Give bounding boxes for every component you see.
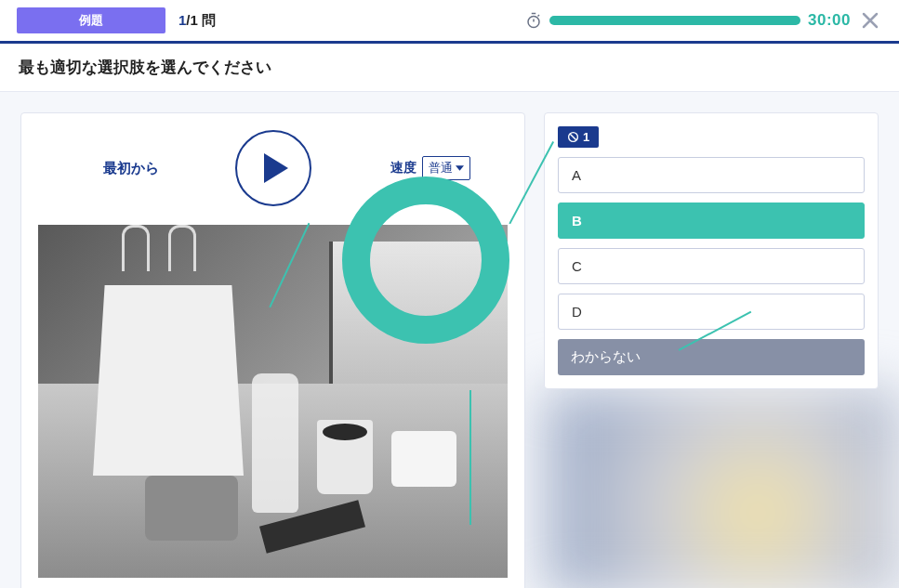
- answer-card: 1 A B C D わからない: [544, 112, 879, 389]
- chevron-down-icon: [456, 165, 464, 171]
- top-bar: 例題 1/1 問 30:00: [0, 0, 899, 41]
- timer-zone: 30:00: [525, 8, 882, 33]
- speed-value: 普通: [429, 160, 453, 176]
- options-list: A B C D わからない: [558, 157, 865, 375]
- option-d[interactable]: D: [558, 294, 865, 330]
- speed-select[interactable]: 普通: [422, 156, 470, 180]
- question-counter: 1/1 問: [178, 12, 216, 30]
- question-chip: 1: [558, 126, 599, 148]
- instruction-text: 最も適切な選択肢を選んでください: [0, 44, 899, 92]
- play-button[interactable]: [235, 130, 311, 206]
- time-remaining: 30:00: [808, 11, 851, 30]
- answer-panel-wrap: 1 A B C D わからない: [544, 112, 879, 588]
- audio-controls: 最初から 速度 普通: [38, 130, 508, 206]
- no-audio-icon: [567, 131, 579, 143]
- option-a[interactable]: A: [558, 157, 865, 193]
- current-q-number: 1: [178, 12, 186, 28]
- question-number: 1: [583, 130, 589, 144]
- stopwatch-icon: [525, 12, 542, 29]
- restart-audio-link[interactable]: 最初から: [103, 160, 159, 177]
- speed-label: 速度: [390, 160, 416, 176]
- counter-suffix: 問: [198, 12, 216, 28]
- total-q-number: 1: [191, 12, 198, 28]
- speed-control: 速度 普通: [390, 156, 470, 180]
- play-icon: [264, 153, 288, 183]
- close-button[interactable]: [858, 8, 882, 33]
- dont-know-button[interactable]: わからない: [558, 339, 865, 375]
- option-b[interactable]: B: [558, 203, 865, 239]
- time-progress-bar: [549, 16, 800, 25]
- option-c[interactable]: C: [558, 248, 865, 284]
- example-badge: 例題: [17, 7, 165, 33]
- question-media-panel: 最初から 速度 普通: [20, 112, 525, 588]
- question-image: [38, 225, 508, 578]
- content-row: 最初から 速度 普通: [0, 92, 899, 588]
